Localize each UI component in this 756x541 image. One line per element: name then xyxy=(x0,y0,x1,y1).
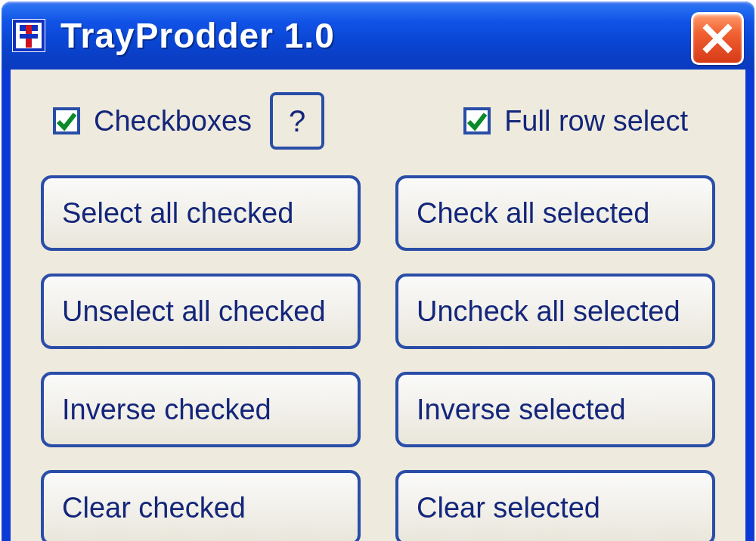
check-all-selected-button[interactable]: Check all selected xyxy=(395,175,715,251)
checkbox-icon xyxy=(53,107,80,134)
button-label: Clear selected xyxy=(417,492,600,524)
close-icon xyxy=(702,23,733,54)
app-icon xyxy=(12,19,45,52)
button-grid: Select all checked Check all selected Un… xyxy=(30,175,726,541)
button-label: Inverse selected xyxy=(417,394,626,426)
select-all-checked-button[interactable]: Select all checked xyxy=(41,175,361,251)
button-label: Check all selected xyxy=(417,197,649,230)
titlebar: TrayProdder 1.0 xyxy=(2,2,754,70)
checkbox-icon xyxy=(463,107,491,134)
button-label: Clear checked xyxy=(62,492,246,524)
button-label: Uncheck all selected xyxy=(417,295,680,328)
fullrow-option[interactable]: Full row select xyxy=(463,105,688,138)
inverse-checked-button[interactable]: Inverse checked xyxy=(41,372,361,447)
options-row: Checkboxes ? Full row select xyxy=(30,92,726,175)
help-button[interactable]: ? xyxy=(270,92,324,150)
button-label: Unselect all checked xyxy=(62,295,326,328)
button-label: Select all checked xyxy=(62,197,293,230)
svg-rect-4 xyxy=(20,34,38,39)
help-label: ? xyxy=(289,104,305,138)
inverse-selected-button[interactable]: Inverse selected xyxy=(395,372,715,447)
close-button[interactable] xyxy=(691,12,744,65)
uncheck-all-selected-button[interactable]: Uncheck all selected xyxy=(395,274,715,349)
checkboxes-option[interactable]: Checkboxes xyxy=(53,105,252,138)
clear-checked-button[interactable]: Clear checked xyxy=(41,470,361,541)
window-title: TrayProdder 1.0 xyxy=(60,15,335,56)
button-label: Inverse checked xyxy=(62,394,271,426)
unselect-all-checked-button[interactable]: Unselect all checked xyxy=(41,274,361,349)
window: TrayProdder 1.0 Checkboxes ? xyxy=(2,2,754,541)
clear-selected-button[interactable]: Clear selected xyxy=(395,470,715,541)
client-area: Checkboxes ? Full row select Select all … xyxy=(9,70,747,541)
checkboxes-label: Checkboxes xyxy=(94,105,252,138)
fullrow-label: Full row select xyxy=(504,105,688,138)
